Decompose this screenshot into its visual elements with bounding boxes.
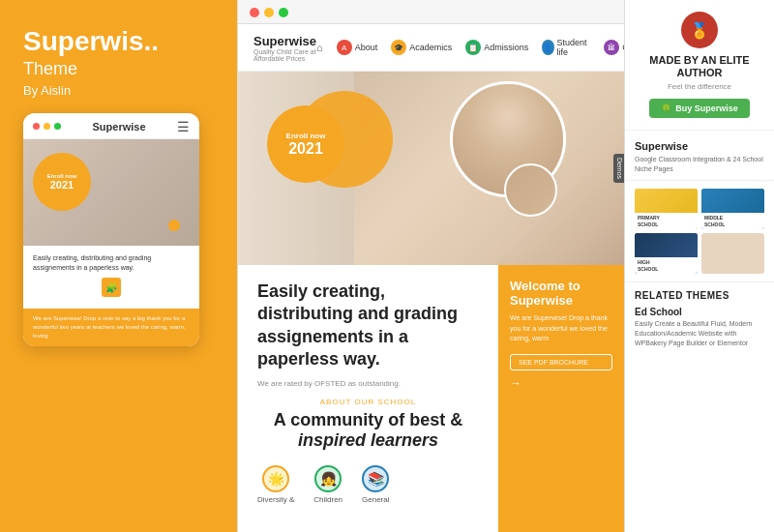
elite-badge: 🏅 [681, 12, 718, 48]
hero-image-area [354, 72, 624, 265]
ed-school-desc: Easily Create a Beautiful Fluid, Modern … [635, 319, 764, 347]
bottom-icon-children: 👧 Children [313, 465, 342, 504]
yellow-welcome: Welcome to Superwise [510, 279, 612, 308]
children-label: Children [313, 495, 342, 504]
yellow-arrow-icon: → [510, 376, 612, 390]
mobile-dot-red [33, 123, 40, 130]
website-logo-tagline: Quality Child Care at Affordable Prices [253, 48, 316, 62]
hero-enroll-label: Enroll now [286, 132, 326, 140]
left-panel: Superwis.. Theme By Aislin Superwise ☰ E… [0, 0, 237, 532]
right-top: 🏅 MADE BY AN ELITE AUTHOR Feel the diffe… [625, 0, 774, 131]
mobile-yellow-section: We are Superwise! Drop a note to say a b… [23, 309, 199, 346]
nav-item-admissions[interactable]: 📋 Admissions [465, 40, 528, 55]
mobile-dot-green [54, 123, 61, 130]
mobile-orange-dot [168, 220, 180, 231]
right-theme-info: Superwise Google Classroom Integration &… [625, 131, 774, 181]
mobile-content-text: Easily creating, distributing and gradin… [33, 253, 190, 273]
right-theme-desc: Google Classroom Integration & 24 School… [635, 155, 764, 174]
ed-school-name[interactable]: Ed School [635, 307, 764, 317]
mobile-dot-yellow [44, 123, 50, 130]
hero-year: 2021 [288, 140, 323, 158]
yellow-text: We are Superwise! Drop a thank you for a… [510, 313, 612, 344]
mobile-mockup: Superwise ☰ Enroll now 2021 Easily creat… [23, 113, 199, 347]
hero-caption: Easily creating, distributing and gradin… [257, 281, 479, 371]
mobile-dots [33, 123, 61, 130]
made-by-text: MADE BY AN ELITE AUTHOR [649, 54, 749, 79]
thumb-primary-school[interactable]: PRIMARYSCHOOL [635, 189, 698, 229]
website-logo-area: Superwise Quality Child Care at Affordab… [253, 34, 316, 62]
nav-icon-studentlife: 👤 [542, 40, 553, 55]
diversity-label: Diversity & [257, 495, 294, 504]
mobile-icon: 🧩 [102, 278, 121, 297]
bottom-icon-general: 📚 General [362, 465, 389, 504]
right-thumbnails: PRIMARYSCHOOL MIDDLESCHOOL HIGHSCHOOL [625, 181, 774, 281]
hero-enroll-circle: Enroll now 2021 [267, 105, 344, 183]
nav-item-about[interactable]: A About [337, 40, 378, 55]
diversity-icon: 🌟 [262, 465, 289, 492]
related-themes-title: RELATED THEMES [635, 290, 764, 301]
mobile-year: 2021 [50, 179, 74, 191]
mobile-enroll-circle: Enroll now 2021 [33, 153, 91, 211]
hero-rated: We are rated by OFSTED as outstanding. [257, 379, 479, 388]
theme-author: By Aislin [23, 83, 214, 98]
bottom-icon-diversity: 🌟 Diversity & [257, 465, 294, 504]
nav-item-studentlife[interactable]: 👤 Student life [542, 38, 590, 57]
nav-icon-contact: 🏛 [604, 40, 619, 55]
thumb-extra[interactable] [701, 233, 764, 274]
mobile-yellow-text: We are Superwise! Drop a note to say a b… [33, 314, 190, 340]
mobile-logo: Superwise [92, 121, 145, 133]
yellow-brochure-btn[interactable]: SEE PDF BROCHURE [510, 354, 612, 370]
children-icon: 👧 [314, 465, 342, 492]
right-panel: 🏅 MADE BY AN ELITE AUTHOR Feel the diffe… [624, 0, 774, 532]
website-header: Superwise Quality Child Care at Affordab… [238, 24, 624, 72]
thumb-high-school[interactable]: HIGHSCHOOL [635, 233, 698, 274]
mobile-hero: Enroll now 2021 [23, 139, 199, 246]
hero-small-circle-1 [504, 163, 557, 217]
nav-item-contact[interactable]: 🏛 Contact [604, 40, 624, 55]
mobile-top-bar: Superwise ☰ [23, 113, 199, 139]
nav-home-icon[interactable]: ⌂ [316, 42, 323, 53]
hamburger-icon[interactable]: ☰ [177, 119, 190, 134]
browser-dot-minimize[interactable] [264, 8, 274, 17]
browser-dot-close[interactable] [250, 8, 259, 17]
website-nav: ⌂ A About 🎓 Academics 📋 Admissions 👤 Stu… [316, 38, 624, 57]
browser-chrome [238, 0, 624, 24]
buy-superwise-button[interactable]: 🍀 Buy Superwise [649, 99, 750, 118]
badge-icon: 🏅 [690, 21, 709, 40]
website-main: Easily creating, distributing and gradin… [238, 265, 498, 532]
nav-icon-about: A [337, 40, 352, 55]
mobile-content: Easily creating, distributing and gradin… [23, 246, 199, 310]
right-theme-name: Superwise [635, 140, 764, 152]
related-themes-section: RELATED THEMES Ed School Easily Create a… [625, 281, 774, 351]
nav-icon-academics: 🎓 [391, 40, 406, 55]
mobile-icon-row: 🧩 [33, 278, 190, 297]
center-panel: Superwise Quality Child Care at Affordab… [237, 0, 624, 532]
thumb-middle-school[interactable]: MIDDLESCHOOL [701, 189, 764, 229]
yellow-side-section: Welcome to Superwise We are Superwise! D… [498, 265, 624, 532]
bottom-icons-row: 🌟 Diversity & 👧 Children 📚 General [257, 465, 479, 504]
general-icon: 📚 [362, 465, 389, 492]
section-area: About our School A community of best & i… [257, 398, 479, 452]
website-hero: Enroll now 2021 Demos [238, 72, 624, 265]
theme-title: Superwis.. [23, 27, 214, 57]
demos-tab[interactable]: Demos [613, 154, 624, 183]
nav-item-academics[interactable]: 🎓 Academics [391, 40, 452, 55]
browser-dots [250, 8, 288, 17]
theme-subtitle: Theme [23, 59, 214, 79]
general-label: General [362, 495, 389, 504]
leaf-icon: 🍀 [661, 103, 671, 113]
browser-dot-maximize[interactable] [279, 8, 288, 17]
nav-icon-admissions: 📋 [465, 40, 481, 55]
website-content: Easily creating, distributing and gradin… [238, 265, 624, 532]
website-preview: Superwise Quality Child Care at Affordab… [238, 24, 624, 532]
website-logo-name: Superwise [253, 34, 316, 48]
section-heading: A community of best & inspired learners [257, 410, 479, 452]
feel-difference-text: Feel the difference [668, 82, 731, 91]
section-label: About our School [257, 398, 479, 406]
